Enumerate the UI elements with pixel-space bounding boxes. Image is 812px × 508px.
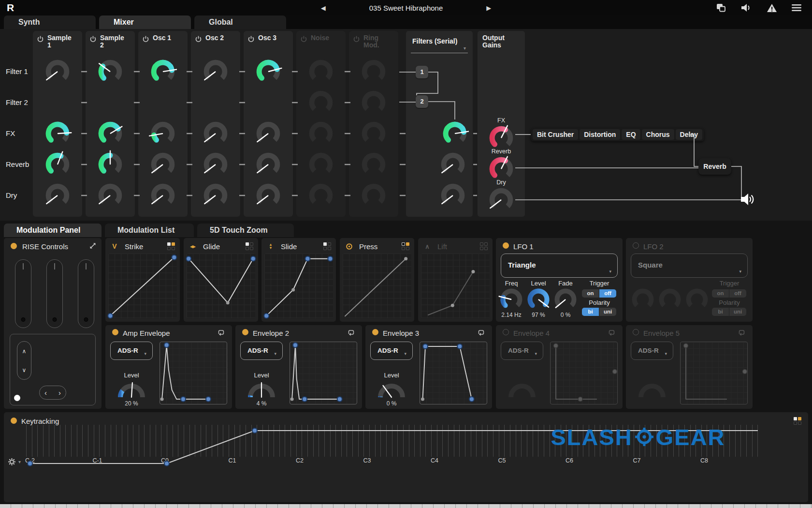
tab-modulation-panel[interactable]: Modulation Panel <box>4 224 102 237</box>
volume-icon[interactable] <box>740 3 752 12</box>
lfo1-wave-select[interactable]: Triangle▾ <box>501 254 618 278</box>
mixer-knob[interactable] <box>97 182 123 209</box>
mixer-knob[interactable] <box>255 120 281 147</box>
lfo2-trigger-toggle-off[interactable]: off <box>729 289 746 298</box>
warning-icon[interactable] <box>767 3 777 13</box>
rise-slider[interactable] <box>78 259 94 328</box>
keytracking-grid-icon[interactable] <box>794 417 801 425</box>
fx-node-chorus[interactable]: Chorus <box>642 129 674 140</box>
mixer-knob[interactable] <box>308 120 334 147</box>
power-icon[interactable] <box>195 36 202 42</box>
output-reverb-knob[interactable] <box>488 156 514 182</box>
output-fx-knob[interactable] <box>488 125 514 151</box>
press-curve-editor[interactable] <box>343 254 411 318</box>
lfo1-polarity-toggle-uni[interactable]: uni <box>599 308 616 316</box>
mixer-knob[interactable] <box>97 151 123 178</box>
lfo1-polarity-toggle-bi[interactable]: bi <box>582 308 599 316</box>
loop-icon[interactable] <box>217 329 225 337</box>
mixer-knob[interactable] <box>44 120 71 147</box>
lfo2-trigger-toggle-on[interactable]: on <box>712 289 729 298</box>
slide-routing-grid-icon[interactable] <box>323 242 331 250</box>
lfo1-fade-knob[interactable] <box>553 287 578 312</box>
loop-icon[interactable] <box>608 329 616 337</box>
up-down-stepper[interactable]: ∧∨ <box>17 341 31 380</box>
filter-2-node[interactable]: 2 <box>416 95 428 108</box>
mixer-knob[interactable] <box>150 151 176 178</box>
lfo2-knob[interactable] <box>685 287 709 312</box>
envelope-1-curve-editor[interactable] <box>160 342 227 404</box>
envelope-4-curve-editor[interactable] <box>550 342 618 404</box>
tab-5d-touch-zoom[interactable]: 5D Touch Zoom <box>197 224 294 237</box>
lfo1-freq-knob[interactable] <box>499 287 523 312</box>
mixer-knob[interactable] <box>150 182 176 209</box>
left-right-stepper[interactable]: ‹› <box>39 386 66 400</box>
keytracking-enable-led[interactable] <box>11 418 17 424</box>
mixer-knob[interactable] <box>361 59 387 85</box>
fx-node-eq[interactable]: EQ <box>622 129 640 140</box>
chevron-up-icon[interactable]: ∧ <box>22 348 27 355</box>
reverb-effect-node[interactable]: Reverb <box>698 158 731 175</box>
envelope-2-level-knob[interactable] <box>246 380 277 400</box>
tab-modulation-list[interactable]: Modulation List <box>105 224 194 237</box>
mixer-knob[interactable] <box>203 59 229 85</box>
envelope-4-mode-select[interactable]: ADS-R▾ <box>501 342 543 360</box>
power-icon[interactable] <box>301 36 307 42</box>
mixer-knob[interactable] <box>255 182 281 209</box>
lift-curve-editor[interactable] <box>421 254 490 318</box>
rise-enable-led[interactable] <box>11 243 17 249</box>
mixer-knob[interactable] <box>361 151 387 178</box>
next-preset-button[interactable]: ▶ <box>486 4 491 12</box>
rise-slider[interactable] <box>46 259 63 328</box>
mixer-knob[interactable] <box>308 151 334 178</box>
envelope-2-curve-editor[interactable] <box>290 342 357 404</box>
lfo2-polarity-toggle-bi[interactable]: bi <box>712 308 729 316</box>
output-dry-knob[interactable] <box>488 187 514 213</box>
envelope-1-mode-select[interactable]: ADS-R▾ <box>110 342 153 360</box>
envelope-3-enable-led[interactable] <box>372 329 378 335</box>
rise-xy-handle[interactable] <box>14 395 20 401</box>
loop-icon[interactable] <box>738 329 746 337</box>
lfo2-knob[interactable] <box>631 287 655 312</box>
gear-icon[interactable] <box>8 458 16 466</box>
mixer-knob[interactable] <box>308 182 334 209</box>
envelope-4-enable-led[interactable] <box>503 329 509 335</box>
chevron-left-icon[interactable]: ‹ <box>44 388 47 397</box>
mixer-knob[interactable] <box>255 151 281 178</box>
fx-node-distortion[interactable]: Distortion <box>580 129 620 140</box>
mixer-knob[interactable] <box>97 120 123 147</box>
envelope-5-mode-select[interactable]: ADS-R▾ <box>631 342 673 360</box>
envelope-5-curve-editor[interactable] <box>680 342 748 404</box>
envelope-4-level-knob[interactable] <box>507 380 537 400</box>
mixer-knob[interactable] <box>203 182 229 209</box>
lfo2-enable-led[interactable] <box>633 242 639 249</box>
strike-curve-editor[interactable] <box>108 254 177 318</box>
loop-icon[interactable] <box>347 329 355 337</box>
strike-routing-grid-icon[interactable] <box>167 242 175 250</box>
power-icon[interactable] <box>353 36 360 42</box>
chevron-down-icon[interactable]: ▾ <box>464 45 466 51</box>
mixer-knob[interactable] <box>44 151 71 178</box>
lfo1-enable-led[interactable] <box>503 242 509 249</box>
filters-knob[interactable] <box>442 120 468 147</box>
envelope-5-enable-led[interactable] <box>633 329 639 335</box>
lfo1-level-knob[interactable] <box>526 287 551 312</box>
envelope-3-curve-editor[interactable] <box>420 342 487 404</box>
power-icon[interactable] <box>143 36 149 42</box>
chevron-down-icon[interactable]: ∨ <box>22 367 27 374</box>
power-icon[interactable] <box>90 36 96 42</box>
rise-slider[interactable] <box>15 259 31 328</box>
lfo2-polarity-toggle-uni[interactable]: uni <box>729 308 746 316</box>
prev-preset-button[interactable]: ◀ <box>321 4 326 12</box>
filter-1-node[interactable]: 1 <box>416 66 428 78</box>
power-icon[interactable] <box>37 36 44 42</box>
envelope-5-level-knob[interactable] <box>637 380 667 400</box>
layers-icon[interactable] <box>716 3 726 12</box>
mixer-knob[interactable] <box>150 120 176 147</box>
mixer-knob[interactable] <box>97 59 123 85</box>
lfo1-trigger-toggle-off[interactable]: off <box>599 289 616 298</box>
slide-curve-editor[interactable] <box>264 254 333 318</box>
lfo2-wave-select[interactable]: Square▾ <box>631 254 748 278</box>
fx-node-bit-crusher[interactable]: Bit Crusher <box>533 129 578 140</box>
expand-icon[interactable] <box>89 242 97 250</box>
mixer-knob[interactable] <box>308 90 334 116</box>
